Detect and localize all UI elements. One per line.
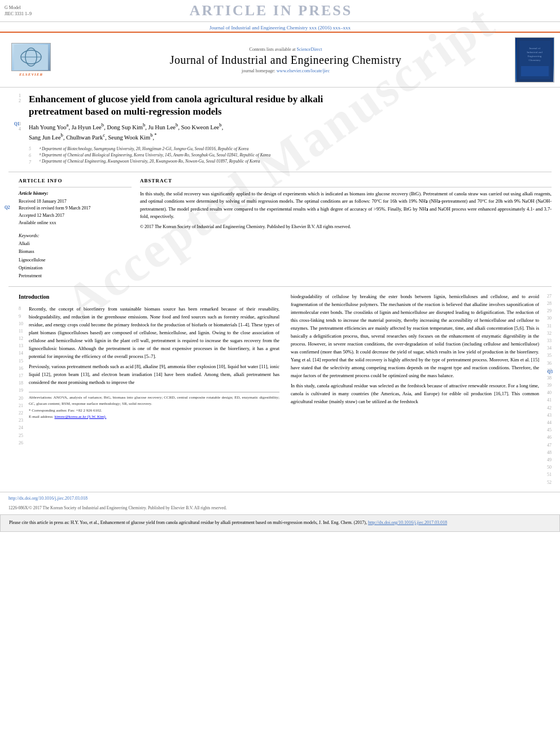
journal-header: ELSEVIER Contents lists available at Sci… <box>0 32 560 88</box>
journal-logo: ELSEVIER <box>6 43 56 77</box>
sup-b3: b <box>176 122 178 128</box>
journal-subtitle-text: Journal of Industrial and Engineering Ch… <box>209 25 351 30</box>
article-info-heading: ARTICLE INFO <box>19 178 132 184</box>
sup-star: * <box>154 132 156 138</box>
sup-a: a <box>67 122 69 128</box>
q3-label: Q3 <box>547 369 553 375</box>
elsevier-logo-box <box>11 43 51 71</box>
footnote-box: Abbreviations: ANOVA, analysis of varian… <box>29 392 279 420</box>
citation-box: Please cite this article in press as: H.… <box>0 514 560 532</box>
affil-c: ᶜ Department of Chemical Engineering, Kw… <box>39 158 270 164</box>
authors-line: Hah Young Yooa, Ja Hyun Leeb, Dong Sup K… <box>29 121 223 142</box>
keyword-optimization: Optimization <box>19 264 132 272</box>
keyword-biomass: Biomass <box>19 248 132 256</box>
body-right-col: biodegradability of cellulose by breakin… <box>291 292 552 486</box>
sup-b5: b <box>61 132 63 138</box>
elsevier-text: ELSEVIER <box>19 72 43 77</box>
q2-label: Q2 <box>5 205 10 210</box>
abstract-heading: ABSTRACT <box>140 178 552 184</box>
citation-text: Please cite this article in press as: H.… <box>9 520 367 525</box>
journal-subtitle: Journal of Industrial and Engineering Ch… <box>0 22 560 32</box>
affiliations: 5 6 7 ᵃ Department of Biotechnology, Sae… <box>19 146 552 166</box>
intro-heading: Introduction <box>19 292 279 302</box>
article-title-line2: pretreatment based on multi-regression m… <box>29 106 323 118</box>
affil-a: ᵃ Department of Biotechnology, Saengmyun… <box>39 146 270 152</box>
article-title-section: 1 2 Enhancement of glucose yield from ca… <box>8 93 552 166</box>
right-line-nums: Q3 272829303132 333435363738 39404142434… <box>539 292 552 486</box>
accepted-date: Accepted 12 March 2017 <box>19 212 132 220</box>
copyright: © 2017 The Korean Society of Industrial … <box>140 224 552 229</box>
email-line: E-mail address: kimsw@korea.ac.kr (S.W. … <box>29 414 279 420</box>
email-label: E-mail address: <box>29 414 54 419</box>
divider-1 <box>8 172 552 172</box>
email-link[interactable]: kimsw@korea.ac.kr (S.W. Kim). <box>55 414 107 419</box>
svg-text:Journal of: Journal of <box>528 47 540 50</box>
journal-code-block: G Model JIEC 3331 1–9 <box>5 5 32 17</box>
right-para1: biodegradability of cellulose by breakin… <box>291 292 539 379</box>
intro-para1: Recently, the concept of biorefinery fro… <box>29 305 279 360</box>
sup-b2: b <box>143 122 145 128</box>
journal-cover-image: Journal of Industrial and Engineering Ch… <box>515 37 554 82</box>
article-in-press-banner: ARTICLE IN PRESS <box>32 2 510 19</box>
sup-b4: b <box>219 122 221 128</box>
left-line-nums: 8910111213 141516171819 2021 2223242526 <box>19 305 29 447</box>
line-num-2: 2 <box>19 98 29 103</box>
model-label: G Model <box>5 5 32 11</box>
line-num-6: 6 <box>29 152 39 159</box>
article-info-col: ARTICLE INFO Article history: Received 1… <box>19 178 132 281</box>
sup-b1: b <box>102 122 104 128</box>
intro-para2: Previously, various pretreatment methods… <box>29 362 279 386</box>
journal-title-block: Contents lists available at ScienceDirec… <box>56 47 515 73</box>
svg-text:Chemistry: Chemistry <box>528 59 540 62</box>
history-label: Article history: <box>19 190 132 196</box>
available-date: Available online xxx <box>19 220 132 227</box>
sup-c: c <box>103 132 105 138</box>
citation-doi-link[interactable]: http://dx.doi.org/10.1016/j.jiec.2017.03… <box>368 520 447 525</box>
right-col-text: biodegradability of cellulose by breakin… <box>291 292 539 486</box>
article-info-abstract: ARTICLE INFO Article history: Received 1… <box>8 178 552 281</box>
issn-line: 1226-086X/© 2017 The Korean Society of I… <box>0 504 560 512</box>
svg-text:Engineering: Engineering <box>527 55 541 58</box>
sup-b6: b <box>150 132 152 138</box>
keyword-alkali: Alkali <box>19 240 132 248</box>
corresponding-text: * Corresponding author. Fax: +82 2 926 6… <box>29 408 279 414</box>
body-two-col: Introduction 8910111213 141516171819 202… <box>8 292 552 486</box>
keyword-pretreatment: Pretreatment <box>19 272 132 280</box>
received-date: Received 18 January 2017 <box>19 198 132 206</box>
q1-label: Q1 <box>14 121 20 126</box>
journal-main-title: Journal of Industrial and Engineering Ch… <box>56 54 515 67</box>
intro-text: Recently, the concept of biorefinery fro… <box>29 305 279 447</box>
keywords-list: Alkali Biomass Lignocellulose Optimizati… <box>19 240 132 281</box>
journal-code: JIEC 3331 1–9 <box>5 11 32 17</box>
doi-link[interactable]: http://dx.doi.org/10.1016/j.jiec.2017.03… <box>8 496 88 501</box>
revised-date: Received in revised form 9 March 2017 <box>19 205 132 212</box>
affil-b: ᵇ Department of Chemical and Biological … <box>39 152 270 158</box>
paper-content: Accepted Manuscript 1 2 Enhancement of g… <box>0 88 560 492</box>
sciencedirect-link[interactable]: ScienceDirect <box>297 47 322 52</box>
abstract-text: In this study, the solid recovery was si… <box>140 190 552 221</box>
abbreviations-text: Abbreviations: ANOVA, analysis of varian… <box>29 395 279 407</box>
divider-2 <box>8 286 552 287</box>
body-left-col: Introduction 8910111213 141516171819 202… <box>19 292 279 486</box>
svg-text:Industrial and: Industrial and <box>527 51 542 54</box>
right-para2: In this study, canola agricultural resid… <box>291 382 539 405</box>
svg-rect-10 <box>521 66 549 76</box>
right-col-wrapper: biodegradability of cellulose by breakin… <box>291 292 552 486</box>
article-title-line1: Enhancement of glucose yield from canola… <box>29 93 323 106</box>
homepage-link[interactable]: www.elsevier.com/locate/jiec <box>277 68 330 73</box>
contents-label: Contents lists available at ScienceDirec… <box>56 47 515 52</box>
line-num-4: 4 <box>19 126 29 132</box>
keywords-label: Keywords: <box>19 233 132 238</box>
article-title: Enhancement of glucose yield from canola… <box>29 93 323 118</box>
bottom-links: http://dx.doi.org/10.1016/j.jiec.2017.03… <box>0 492 560 504</box>
line-num-7: 7 <box>29 159 39 166</box>
top-banner: G Model JIEC 3331 1–9 ARTICLE IN PRESS <box>0 0 560 22</box>
line-num-3: 3 <box>19 121 29 126</box>
line-num-1: 1 <box>19 93 29 98</box>
line-num-5: 5 <box>29 146 39 152</box>
journal-homepage: journal homepage: www.elsevier.com/locat… <box>56 68 515 73</box>
abstract-col: ABSTRACT In this study, the solid recove… <box>140 178 552 281</box>
keyword-lignocellulose: Lignocellulose <box>19 256 132 264</box>
